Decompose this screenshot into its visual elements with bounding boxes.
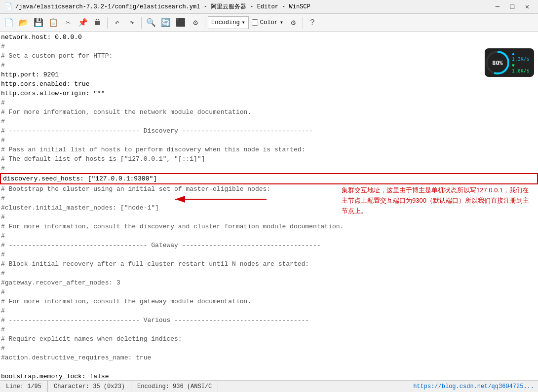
code-line: # For more information, consult the netw… [0,107,538,117]
maximize-button[interactable]: □ [505,0,519,14]
redo-button[interactable]: ↷ [125,16,139,30]
paste-button[interactable]: 📌 [76,16,90,30]
goto-button[interactable]: ⬛ [174,16,188,30]
code-line: # Require explicit names when deleting i… [0,334,538,344]
code-line: # [0,61,538,70]
settings-button[interactable]: ⚙ [286,16,300,30]
minimize-button[interactable]: ─ [491,0,504,14]
toolbar: 📄 📂 💾 📋 ✂ 📌 🗑 ↶ ↷ 🔍 🔄 ⬛ ⚙ Encoding ▾ Col… [0,14,538,32]
code-line: http.cors.enabled: true [0,79,538,89]
color-label: Color [260,19,278,26]
code-line: # ---------------------------------- Var… [0,316,538,325]
code-line: # For more information, consult the disc… [0,222,538,231]
separator-2 [141,17,142,29]
code-line: # ------------------------------------ G… [0,241,538,250]
encoding-dropdown-arrow: ▾ [242,19,245,26]
encoding-dropdown[interactable]: Encoding ▾ [208,16,249,29]
code-line: # [0,42,538,51]
gauge-speeds: ▲ 1.3K/s ▼ 1.6K/s [512,51,534,74]
cut-button[interactable]: ✂ [61,16,75,30]
status-character: Character: 35 (0x23) [48,381,131,392]
new-button[interactable]: 📄 [2,16,16,30]
code-line: # [0,117,538,126]
annotation-text: 集群交互地址，这里由于博主是单机状态所以写127.0.0.1，我们在主节点上配置… [342,185,534,216]
code-line: # [0,250,538,259]
open-button[interactable]: 📂 [17,16,31,30]
color-dropdown-arrow: ▾ [280,19,283,26]
window-title: /java/elasticsearch-7.3.2-1/config/elast… [15,2,491,11]
code-line: # [0,231,538,241]
code-line: # The default list of hosts is ["127.0.0… [0,154,538,164]
app-icon: 📄 [4,2,12,11]
gauge-svg: 80% [485,50,509,75]
encoding-label: Encoding [211,19,240,26]
code-line [0,362,538,372]
code-line: # [0,344,538,353]
code-line: http.port: 9201 [0,70,538,79]
code-line: # [0,136,538,145]
copy-button[interactable]: 📋 [46,16,60,30]
code-line: # [0,164,538,173]
download-speed: ▼ 1.6K/s [512,63,534,74]
help-button[interactable]: ? [306,16,319,30]
close-button[interactable]: ✕ [520,0,534,14]
code-line: # Set a custom port for HTTP: [0,51,538,61]
title-bar: 📄 /java/elasticsearch-7.3.2-1/config/ela… [0,0,538,14]
undo-button[interactable]: ↶ [110,16,124,30]
color-toggle[interactable]: Color ▾ [250,19,285,26]
code-line: # [0,98,538,107]
window-controls: ─ □ ✕ [491,0,534,14]
upload-speed: ▲ 1.3K/s [512,51,534,62]
code-line: http.cors.allow-origin: "*" [0,89,538,98]
code-line: network.host: 0.0.0.0 [0,33,538,42]
separator-3 [205,17,205,29]
color-checkbox[interactable] [252,19,258,26]
code-line: # For more information, consult the gate… [0,297,538,306]
code-line: # Pass an initial list of hosts to perfo… [0,145,538,154]
status-encoding: Encoding: 936 (ANSI/C [131,381,218,392]
replace-button[interactable]: 🔄 [159,16,173,30]
separator-1 [107,17,108,29]
find-button[interactable]: 🔍 [144,16,158,30]
status-bar: Line: 1/95 Character: 35 (0x23) Encoding… [0,380,538,392]
separator-4 [303,17,303,29]
save-button[interactable]: 💾 [32,16,45,30]
delete-button[interactable]: 🗑 [91,16,105,30]
code-line: discovery.seed_hosts: ["127.0.0.1:9300"] [0,173,538,184]
code-line: # [0,325,538,334]
code-line: #action.destructive_requires_name: true [0,353,538,362]
code-line: #gateway.recover_after_nodes: 3 [0,278,538,287]
code-line: # [0,287,538,297]
status-url[interactable]: https://blog.csdn.net/qq3604725... [413,383,534,390]
code-line: # ---------------------------------- Dis… [0,126,538,136]
code-line: bootstrap.memory_lock: false [0,372,538,380]
svg-text:80%: 80% [492,60,503,67]
code-line: # [0,306,538,316]
code-line: # [0,269,538,278]
code-line: # Block initial recovery after a full cl… [0,259,538,269]
status-line: Line: 1/95 [4,381,48,392]
format-button[interactable]: ⚙ [189,16,202,30]
gauge-widget: 80% ▲ 1.3K/s ▼ 1.6K/s [485,48,534,77]
